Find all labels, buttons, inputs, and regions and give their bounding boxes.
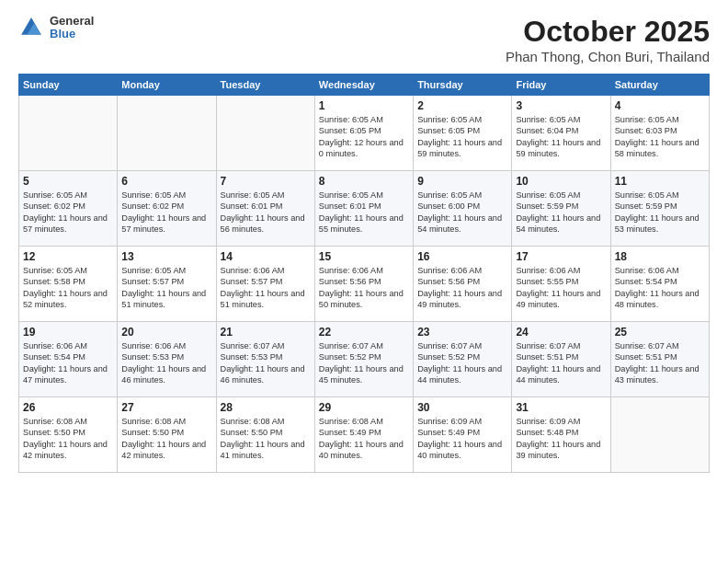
logo-blue: Blue	[50, 28, 94, 40]
day-info: Sunrise: 6:05 AM Sunset: 6:02 PM Dayligh…	[23, 190, 113, 236]
day-info: Sunrise: 6:05 AM Sunset: 6:02 PM Dayligh…	[121, 190, 211, 236]
weekday-header-tuesday: Tuesday	[216, 75, 314, 96]
day-cell-7: 7Sunrise: 6:05 AM Sunset: 6:01 PM Daylig…	[216, 171, 314, 247]
day-info: Sunrise: 6:07 AM Sunset: 5:51 PM Dayligh…	[615, 340, 705, 386]
weekday-header-wednesday: Wednesday	[314, 75, 413, 96]
day-info: Sunrise: 6:08 AM Sunset: 5:49 PM Dayligh…	[319, 416, 409, 462]
day-info: Sunrise: 6:05 AM Sunset: 5:59 PM Dayligh…	[615, 190, 705, 236]
day-cell-27: 27Sunrise: 6:08 AM Sunset: 5:50 PM Dayli…	[118, 397, 216, 473]
week-row-3: 12Sunrise: 6:05 AM Sunset: 5:58 PM Dayli…	[19, 247, 710, 322]
day-cell-14: 14Sunrise: 6:06 AM Sunset: 5:57 PM Dayli…	[216, 247, 314, 322]
day-cell-28: 28Sunrise: 6:08 AM Sunset: 5:50 PM Dayli…	[216, 397, 314, 473]
day-cell-10: 10Sunrise: 6:05 AM Sunset: 5:59 PM Dayli…	[512, 171, 610, 247]
day-cell-15: 15Sunrise: 6:06 AM Sunset: 5:56 PM Dayli…	[314, 247, 413, 322]
header: General Blue October 2025 Phan Thong, Ch…	[18, 15, 710, 64]
day-number: 28	[221, 401, 311, 414]
day-info: Sunrise: 6:05 AM Sunset: 5:57 PM Dayligh…	[121, 265, 211, 311]
day-info: Sunrise: 6:06 AM Sunset: 5:57 PM Dayligh…	[221, 265, 311, 311]
day-number: 21	[221, 326, 311, 339]
day-number: 31	[516, 401, 606, 414]
day-info: Sunrise: 6:05 AM Sunset: 6:05 PM Dayligh…	[319, 114, 409, 160]
day-number: 1	[319, 99, 409, 112]
day-cell-26: 26Sunrise: 6:08 AM Sunset: 5:50 PM Dayli…	[19, 397, 118, 473]
day-info: Sunrise: 6:05 AM Sunset: 6:05 PM Dayligh…	[417, 114, 507, 160]
day-number: 9	[417, 175, 507, 188]
day-cell-22: 22Sunrise: 6:07 AM Sunset: 5:52 PM Dayli…	[314, 322, 413, 397]
day-info: Sunrise: 6:06 AM Sunset: 5:56 PM Dayligh…	[319, 265, 409, 311]
day-number: 23	[417, 326, 507, 339]
day-cell-21: 21Sunrise: 6:07 AM Sunset: 5:53 PM Dayli…	[216, 322, 314, 397]
day-number: 11	[615, 175, 705, 188]
day-cell-31: 31Sunrise: 6:09 AM Sunset: 5:48 PM Dayli…	[512, 397, 610, 473]
day-info: Sunrise: 6:05 AM Sunset: 5:58 PM Dayligh…	[23, 265, 113, 311]
week-row-4: 19Sunrise: 6:06 AM Sunset: 5:54 PM Dayli…	[19, 322, 710, 397]
day-number: 12	[23, 250, 113, 263]
week-row-2: 5Sunrise: 6:05 AM Sunset: 6:02 PM Daylig…	[19, 171, 710, 247]
day-number: 7	[221, 175, 311, 188]
day-info: Sunrise: 6:06 AM Sunset: 5:54 PM Dayligh…	[615, 265, 705, 311]
day-info: Sunrise: 6:06 AM Sunset: 5:53 PM Dayligh…	[121, 340, 211, 386]
day-number: 6	[121, 175, 211, 188]
logo-general: General	[50, 15, 94, 28]
day-cell-30: 30Sunrise: 6:09 AM Sunset: 5:49 PM Dayli…	[414, 397, 512, 473]
day-number: 25	[615, 326, 705, 339]
empty-cell	[19, 96, 118, 171]
day-cell-25: 25Sunrise: 6:07 AM Sunset: 5:51 PM Dayli…	[610, 322, 709, 397]
weekday-header-saturday: Saturday	[610, 75, 709, 96]
day-info: Sunrise: 6:06 AM Sunset: 5:54 PM Dayligh…	[23, 340, 113, 386]
page-container: General Blue October 2025 Phan Thong, Ch…	[0, 0, 728, 482]
day-info: Sunrise: 6:07 AM Sunset: 5:53 PM Dayligh…	[221, 340, 311, 386]
calendar-table: SundayMondayTuesdayWednesdayThursdayFrid…	[18, 74, 710, 473]
day-info: Sunrise: 6:05 AM Sunset: 6:04 PM Dayligh…	[516, 114, 606, 160]
day-info: Sunrise: 6:07 AM Sunset: 5:52 PM Dayligh…	[319, 340, 409, 386]
day-info: Sunrise: 6:05 AM Sunset: 6:01 PM Dayligh…	[319, 190, 409, 236]
day-number: 13	[121, 250, 211, 263]
day-number: 27	[121, 401, 211, 414]
day-info: Sunrise: 6:09 AM Sunset: 5:49 PM Dayligh…	[417, 416, 507, 462]
day-cell-4: 4Sunrise: 6:05 AM Sunset: 6:03 PM Daylig…	[610, 96, 709, 171]
month-title: October 2025	[506, 15, 710, 49]
day-cell-11: 11Sunrise: 6:05 AM Sunset: 5:59 PM Dayli…	[610, 171, 709, 247]
day-info: Sunrise: 6:08 AM Sunset: 5:50 PM Dayligh…	[121, 416, 211, 462]
day-cell-17: 17Sunrise: 6:06 AM Sunset: 5:55 PM Dayli…	[512, 247, 610, 322]
weekday-header-sunday: Sunday	[19, 75, 118, 96]
location-title: Phan Thong, Chon Buri, Thailand	[506, 49, 710, 64]
logo-icon	[18, 15, 44, 40]
day-info: Sunrise: 6:05 AM Sunset: 6:00 PM Dayligh…	[417, 190, 507, 236]
empty-cell	[216, 96, 314, 171]
day-cell-18: 18Sunrise: 6:06 AM Sunset: 5:54 PM Dayli…	[610, 247, 709, 322]
day-number: 8	[319, 175, 409, 188]
day-cell-9: 9Sunrise: 6:05 AM Sunset: 6:00 PM Daylig…	[414, 171, 512, 247]
day-info: Sunrise: 6:09 AM Sunset: 5:48 PM Dayligh…	[516, 416, 606, 462]
day-number: 5	[23, 175, 113, 188]
day-number: 26	[23, 401, 113, 414]
day-cell-1: 1Sunrise: 6:05 AM Sunset: 6:05 PM Daylig…	[314, 96, 413, 171]
day-number: 24	[516, 326, 606, 339]
empty-cell	[610, 397, 709, 473]
day-info: Sunrise: 6:05 AM Sunset: 6:01 PM Dayligh…	[221, 190, 311, 236]
day-number: 19	[23, 326, 113, 339]
day-info: Sunrise: 6:05 AM Sunset: 6:03 PM Dayligh…	[615, 114, 705, 160]
week-row-5: 26Sunrise: 6:08 AM Sunset: 5:50 PM Dayli…	[19, 397, 710, 473]
weekday-header-monday: Monday	[118, 75, 216, 96]
title-block: October 2025 Phan Thong, Chon Buri, Thai…	[506, 15, 710, 64]
day-cell-3: 3Sunrise: 6:05 AM Sunset: 6:04 PM Daylig…	[512, 96, 610, 171]
day-info: Sunrise: 6:05 AM Sunset: 5:59 PM Dayligh…	[516, 190, 606, 236]
day-cell-20: 20Sunrise: 6:06 AM Sunset: 5:53 PM Dayli…	[118, 322, 216, 397]
weekday-header-friday: Friday	[512, 75, 610, 96]
day-info: Sunrise: 6:06 AM Sunset: 5:56 PM Dayligh…	[417, 265, 507, 311]
day-cell-23: 23Sunrise: 6:07 AM Sunset: 5:52 PM Dayli…	[414, 322, 512, 397]
day-cell-5: 5Sunrise: 6:05 AM Sunset: 6:02 PM Daylig…	[19, 171, 118, 247]
day-cell-13: 13Sunrise: 6:05 AM Sunset: 5:57 PM Dayli…	[118, 247, 216, 322]
weekday-header-thursday: Thursday	[414, 75, 512, 96]
day-number: 4	[615, 99, 705, 112]
day-cell-8: 8Sunrise: 6:05 AM Sunset: 6:01 PM Daylig…	[314, 171, 413, 247]
logo: General Blue	[18, 15, 94, 41]
week-row-1: 1Sunrise: 6:05 AM Sunset: 6:05 PM Daylig…	[19, 96, 710, 171]
day-cell-24: 24Sunrise: 6:07 AM Sunset: 5:51 PM Dayli…	[512, 322, 610, 397]
day-number: 22	[319, 326, 409, 339]
day-info: Sunrise: 6:07 AM Sunset: 5:51 PM Dayligh…	[516, 340, 606, 386]
day-number: 2	[417, 99, 507, 112]
day-number: 18	[615, 250, 705, 263]
day-info: Sunrise: 6:08 AM Sunset: 5:50 PM Dayligh…	[23, 416, 113, 462]
